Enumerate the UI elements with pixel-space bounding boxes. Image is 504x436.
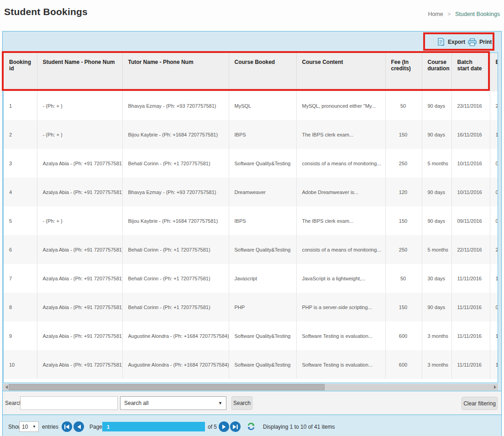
breadcrumb-home-link[interactable]: Home: [428, 11, 443, 17]
table-cell: consists of a means of monitoring...: [296, 235, 385, 264]
column-header-booking-id[interactable]: Booking id: [4, 53, 37, 91]
search-field-dropdown-value: Search all: [124, 400, 148, 406]
search-bar: Search: Search all ▼ Search Clear filter…: [3, 391, 501, 415]
table-cell: 22/11/2016: [452, 235, 490, 264]
table-cell: 10/11/2016: [452, 178, 490, 206]
table-cell: 50: [385, 91, 422, 120]
table-row[interactable]: 5- (Ph: + )Bijou Kaybrie - (Ph: +1684 72…: [4, 206, 498, 235]
table-cell: 90 days: [422, 293, 452, 321]
table-cell: Behati Corinn - (Ph: +1 7207757581): [122, 293, 229, 321]
column-header-course-booked[interactable]: Course Booked: [229, 53, 296, 91]
dropdown-arrow-icon: ▼: [218, 401, 222, 405]
table-cell: 23/11/2016: [452, 91, 490, 120]
table-row[interactable]: 6Azalya Abia - (Ph: +91 7207757581)Behat…: [4, 235, 498, 264]
table-cell: 4: [4, 178, 37, 206]
table-cell: Software Quality&Testing: [229, 321, 296, 350]
table-cell: PHP: [229, 293, 296, 321]
first-page-button[interactable]: [62, 421, 72, 432]
column-header-fee-in-credits-[interactable]: Fee (In credits): [385, 53, 422, 91]
table-cell: 08: [490, 293, 498, 321]
table-cell: 5: [4, 206, 37, 235]
next-page-button[interactable]: [219, 421, 229, 432]
column-header-batch-end-date[interactable]: Batch end date: [490, 53, 498, 91]
table-cell: 10: [4, 350, 37, 379]
search-field-dropdown[interactable]: Search all ▼: [120, 396, 226, 410]
search-button[interactable]: Search: [231, 396, 252, 410]
table-cell: 250: [385, 149, 422, 178]
search-input[interactable]: [20, 396, 118, 410]
table-row[interactable]: 7Azalya Abia - (Ph: +91 7207757581)Behat…: [4, 264, 498, 293]
table-cell: 10: [490, 264, 498, 293]
page-size-value: 10: [22, 424, 28, 430]
column-header-course-content[interactable]: Course Content: [296, 53, 385, 91]
table-cell: 7: [4, 264, 37, 293]
column-header-tutor-name-phone-num[interactable]: Tutor Name - Phone Num: [122, 53, 229, 91]
previous-page-icon: [77, 425, 81, 429]
horizontal-scrollbar[interactable]: [3, 384, 498, 390]
column-header-batch-start-date[interactable]: Batch start date: [452, 53, 490, 91]
table-row[interactable]: 9Azalya Abia - (Ph: +91 7207757581)Augus…: [4, 321, 498, 350]
table-cell: 150: [385, 206, 422, 235]
table-cell: 09/11/2016: [452, 206, 490, 235]
table-cell: 90 days: [422, 91, 452, 120]
table-row[interactable]: 4Azalya Abia - (Ph: +91 7207757581)Bhavy…: [4, 178, 498, 206]
page-number-input[interactable]: 1: [102, 422, 205, 431]
table-cell: 120: [385, 178, 422, 206]
table-cell: Azalya Abia - (Ph: +91 7207757581): [37, 321, 122, 350]
table-cell: Bijou Kaybrie - (Ph: +1684 7207757581): [122, 120, 229, 149]
display-status: Displaying 1 to 10 of 41 items: [263, 424, 335, 430]
table-cell: consists of a means of monitoring...: [296, 149, 385, 178]
table-cell: MySQL, pronounced either "My...: [296, 91, 385, 120]
table-cell: 90 days: [422, 178, 452, 206]
table-cell: JavaScript is a lightweight,...: [296, 264, 385, 293]
table-cell: Bhavya Ezmay - (Ph: +93 7207757581): [122, 178, 229, 206]
table-cell: The IBPS clerk exam...: [296, 120, 385, 149]
breadcrumb-current: Student Bookings: [455, 11, 500, 17]
table-cell: 600: [385, 321, 422, 350]
table-cell: Azalya Abia - (Ph: +91 7207757581): [37, 293, 122, 321]
current-page-value: 1: [107, 424, 110, 430]
table-cell: 11/11/2016: [452, 264, 490, 293]
table-cell: 50: [385, 264, 422, 293]
column-header-course-duration[interactable]: Course duration: [422, 53, 452, 91]
table-cell: Software Testing is evaluation...: [296, 350, 385, 379]
table-cell: 10/11/2016: [452, 149, 490, 178]
table-cell: 5 months: [422, 149, 452, 178]
next-page-icon: [222, 425, 226, 429]
table-row[interactable]: 8Azalya Abia - (Ph: +91 7207757581)Behat…: [4, 293, 498, 321]
table-cell: 30 days: [422, 264, 452, 293]
table-cell: 16/11/2016: [452, 120, 490, 149]
export-button[interactable]: Export: [437, 37, 465, 47]
scrollbar-thumb[interactable]: [9, 384, 325, 390]
column-header-student-name-phone-num[interactable]: Student Name - Phone Num: [37, 53, 122, 91]
table-row[interactable]: 2- (Ph: + )Bijou Kaybrie - (Ph: +1684 72…: [4, 120, 498, 149]
table-cell: 600: [385, 350, 422, 379]
table-cell: Bhavya Ezmay - (Ph: +93 7207757581): [122, 91, 229, 120]
scroll-right-arrow-icon[interactable]: [492, 384, 498, 390]
last-page-button[interactable]: [230, 421, 241, 432]
page-size-select[interactable]: 10 ▼: [19, 421, 39, 432]
dropdown-arrow-icon: ▼: [32, 425, 36, 429]
refresh-icon[interactable]: [247, 422, 256, 431]
bookings-panel: Export Print Booking idStudent Name - Ph…: [2, 31, 502, 436]
clear-filtering-button[interactable]: Clear filtering: [462, 397, 498, 410]
table-cell: PHP is a server-side scripting...: [296, 293, 385, 321]
table-cell: 9: [4, 321, 37, 350]
table-cell: Behati Corinn - (Ph: +1 7207757581): [122, 235, 229, 264]
student-bookings-page: Student Bookings Home > Student Bookings…: [0, 0, 504, 436]
table-row[interactable]: 10Azalya Abia - (Ph: +91 7207757581)Augu…: [4, 350, 498, 379]
table-cell: - (Ph: + ): [37, 206, 122, 235]
last-page-icon: [233, 425, 238, 429]
page-title: Student Bookings: [4, 6, 88, 17]
table-row[interactable]: 1- (Ph: + )Bhavya Ezmay - (Ph: +93 72077…: [4, 91, 498, 120]
table-cell: 2: [4, 120, 37, 149]
export-icon: [437, 38, 445, 46]
table-cell: 20: [490, 91, 498, 120]
print-button[interactable]: Print: [468, 37, 492, 47]
table-cell: Augustine Alondra - (Ph: +1684 720775758…: [122, 350, 229, 379]
previous-page-button[interactable]: [74, 421, 84, 432]
table-cell: Behati Corinn - (Ph: +1 7207757581): [122, 149, 229, 178]
table-row[interactable]: 3Azalya Abia - (Ph: +91 7207757581)Behat…: [4, 149, 498, 178]
table-cell: Bijou Kaybrie - (Ph: +1684 7207757581): [122, 206, 229, 235]
table-cell: Javascript: [229, 264, 296, 293]
